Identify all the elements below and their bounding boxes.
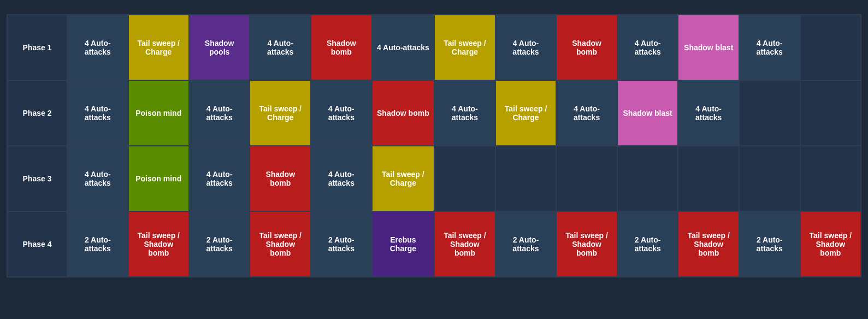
phase-4-cell-6: Erebus Charge (372, 211, 435, 277)
phase-1-cell-8: 4 Auto-attacks (495, 15, 557, 80)
phase-3-cell-4: Shadow bomb (250, 146, 311, 211)
phase-2-cell-10: Shadow blast (617, 80, 678, 146)
phase-3-cell-13 (800, 146, 861, 211)
phase-1-header: Phase 1 (7, 15, 67, 80)
phase-4-cell-2: Tail sweep /Shadow bomb (128, 211, 189, 277)
phase-1-cell-1: 4 Auto-attacks (67, 15, 128, 80)
phase-1-cell-2: Tail sweep /Charge (128, 15, 189, 80)
phase-1-cell-10: 4 Auto-attacks (617, 15, 678, 80)
phase-2-cell-6: Shadow bomb (372, 80, 435, 146)
phase-2-cell-9: 4 Auto-attacks (556, 80, 617, 146)
phase-2-cell-8: Tail sweep /Charge (495, 80, 557, 146)
phase-4-cell-13: Tail sweep /Shadow bomb (800, 211, 861, 277)
phase-4-cell-4: Tail sweep /Shadow bomb (250, 211, 311, 277)
phase-3-cell-11 (678, 146, 739, 211)
phase-4-cell-1: 2 Auto-attacks (67, 211, 128, 277)
phase-4-header: Phase 4 (7, 211, 67, 277)
phase-4-cell-8: 2 Auto-attacks (495, 211, 557, 277)
phase-1-cell-9: Shadow bomb (556, 15, 617, 80)
phase-3-cell-5: 4 Auto-attacks (311, 146, 372, 211)
phase-2-cell-4: Tail sweep /Charge (250, 80, 311, 146)
attack-rotation-table: Phase 14 Auto-attacksTail sweep /ChargeS… (7, 14, 861, 277)
phase-2-header: Phase 2 (7, 80, 67, 146)
phase-2-cell-3: 4 Auto-attacks (189, 80, 250, 146)
phase-3-cell-6: Tail sweep /Charge (372, 146, 435, 211)
phase-3-cell-3: 4 Auto-attacks (189, 146, 250, 211)
phase-2-cell-5: 4 Auto-attacks (311, 80, 372, 146)
phase-1-cell-5: Shadow bomb (311, 15, 372, 80)
phase-1-cell-6: 4 Auto-attacks (372, 15, 435, 80)
phase-2-cell-1: 4 Auto-attacks (67, 80, 128, 146)
phase-2-cell-2: Poison mind (128, 80, 189, 146)
phase-1-cell-7: Tail sweep /Charge (434, 15, 495, 80)
phase-3-cell-12 (739, 146, 800, 211)
phase-1-cell-13 (800, 15, 861, 80)
phase-1-cell-4: 4 Auto-attacks (250, 15, 311, 80)
phase-4-cell-7: Tail sweep /Shadow bomb (434, 211, 495, 277)
phase-2-cell-12 (739, 80, 800, 146)
phase-2-cell-7: 4 Auto-attacks (434, 80, 495, 146)
phase-4-cell-12: 2 Auto-attacks (739, 211, 800, 277)
phase-2-cell-13 (800, 80, 861, 146)
phase-1-cell-11: Shadow blast (678, 15, 739, 80)
phase-3-cell-1: 4 Auto-attacks (67, 146, 128, 211)
phase-2-cell-11: 4 Auto-attacks (678, 80, 739, 146)
phase-4-cell-5: 2 Auto-attacks (311, 211, 372, 277)
phase-4-cell-10: 2 Auto-attacks (617, 211, 678, 277)
phase-3-cell-2: Poison mind (128, 146, 189, 211)
phase-3-cell-9 (556, 146, 617, 211)
phase-4-cell-3: 2 Auto-attacks (189, 211, 250, 277)
phase-4-cell-11: Tail sweep /Shadow bomb (678, 211, 739, 277)
phase-3-header: Phase 3 (7, 146, 67, 211)
phase-1-cell-12: 4 Auto-attacks (739, 15, 800, 80)
phase-1-cell-3: Shadow pools (189, 15, 250, 80)
phase-3-cell-10 (617, 146, 678, 211)
phase-3-cell-8 (495, 146, 557, 211)
phase-4-cell-9: Tail sweep /Shadow bomb (556, 211, 617, 277)
phase-3-cell-7 (434, 146, 495, 211)
